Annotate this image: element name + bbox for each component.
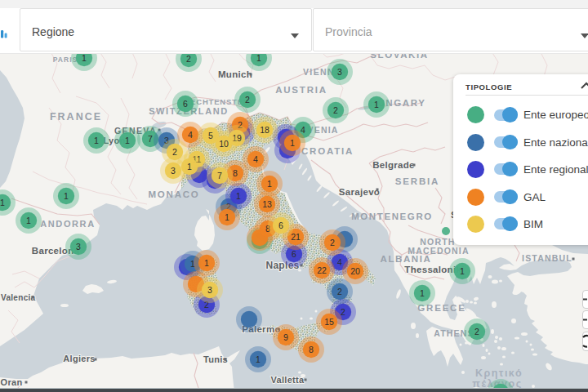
svg-text:9: 9 (283, 332, 288, 342)
svg-text:CROATIA: CROATIA (301, 146, 354, 156)
svg-text:Κρητικό: Κρητικό (475, 368, 523, 379)
svg-text:SERBIA: SERBIA (395, 176, 439, 186)
svg-text:1: 1 (0, 198, 5, 207)
svg-text:4: 4 (253, 154, 258, 164)
svg-text:2: 2 (330, 238, 335, 247)
svg-text:ISTANBUL: ISTANBUL (522, 253, 572, 263)
svg-text:2: 2 (474, 327, 479, 336)
svg-text:13: 13 (262, 199, 272, 209)
svg-text:FRANCE: FRANCE (50, 111, 102, 122)
svg-text:1: 1 (94, 136, 99, 145)
svg-text:MONTENEGRO: MONTENEGRO (351, 212, 433, 221)
svg-text:1: 1 (64, 191, 69, 201)
svg-text:Valletta: Valletta (271, 375, 305, 385)
svg-text:1: 1 (187, 162, 192, 172)
svg-text:2: 2 (172, 147, 177, 157)
svg-text:2: 2 (245, 95, 250, 105)
svg-text:Valencia: Valencia (1, 293, 36, 302)
svg-text:1: 1 (256, 354, 261, 364)
svg-text:MONACO: MONACO (148, 189, 199, 199)
svg-text:6: 6 (292, 249, 296, 259)
svg-text:4: 4 (301, 125, 305, 135)
svg-text:20: 20 (350, 266, 360, 276)
svg-text:6: 6 (278, 220, 283, 230)
svg-text:4: 4 (337, 257, 342, 267)
svg-text:8: 8 (233, 168, 238, 178)
svg-text:8: 8 (309, 345, 314, 354)
svg-text:Sarajevo: Sarajevo (339, 187, 380, 197)
svg-text:18: 18 (260, 125, 270, 135)
svg-text:Munich: Munich (218, 69, 252, 79)
svg-text:1: 1 (82, 53, 87, 63)
svg-text:3: 3 (171, 166, 176, 176)
svg-text:Oran: Oran (1, 377, 23, 387)
svg-text:1: 1 (26, 216, 31, 225)
svg-text:7: 7 (148, 134, 153, 144)
svg-text:7: 7 (217, 171, 222, 180)
svg-text:2: 2 (337, 287, 342, 296)
svg-text:3: 3 (337, 67, 342, 77)
svg-text:2: 2 (186, 54, 191, 64)
svg-text:MACEDONIA: MACEDONIA (408, 246, 470, 256)
svg-text:1: 1 (374, 100, 379, 109)
svg-text:4: 4 (188, 130, 193, 140)
svg-text:1: 1 (204, 258, 209, 268)
svg-text:15: 15 (324, 317, 334, 327)
svg-text:1: 1 (256, 53, 261, 63)
svg-text:1: 1 (225, 212, 229, 222)
svg-text:1: 1 (290, 138, 295, 148)
svg-text:AUSTRIA: AUSTRIA (275, 85, 327, 95)
svg-text:Algiers: Algiers (63, 354, 95, 363)
svg-text:1: 1 (236, 191, 241, 201)
svg-text:1: 1 (460, 266, 465, 276)
svg-text:2: 2 (341, 307, 345, 317)
svg-text:22: 22 (317, 265, 327, 275)
svg-text:2: 2 (333, 105, 338, 115)
svg-text:1: 1 (267, 179, 272, 189)
svg-text:21: 21 (291, 232, 301, 242)
svg-text:6: 6 (183, 99, 188, 109)
svg-text:Belgrade: Belgrade (372, 160, 415, 170)
svg-text:ANDORRA: ANDORRA (40, 219, 95, 229)
svg-text:10: 10 (219, 139, 229, 149)
svg-text:3: 3 (207, 285, 212, 295)
svg-text:1: 1 (420, 288, 425, 298)
svg-text:3: 3 (76, 242, 81, 252)
svg-text:1: 1 (125, 136, 130, 145)
